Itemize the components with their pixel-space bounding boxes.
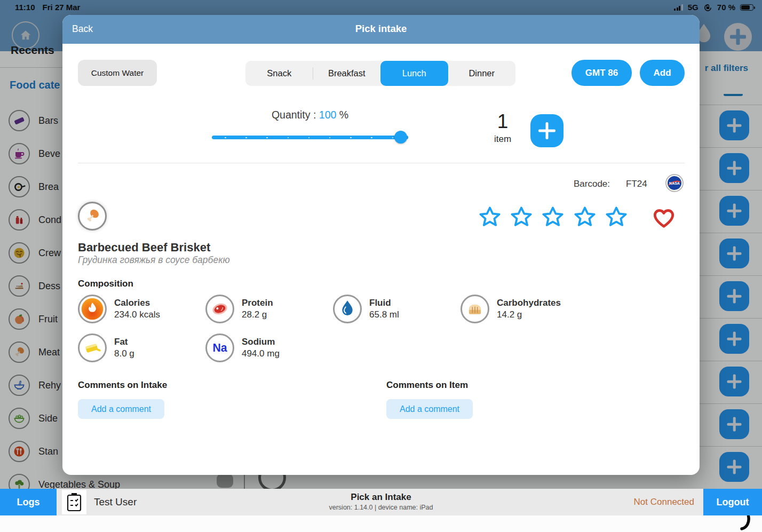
user-name: Test User (94, 496, 137, 508)
modal-header: Back Pick intake (62, 15, 700, 44)
item-count-value: 1 (484, 111, 521, 132)
favorite-heart-icon[interactable] (650, 204, 677, 231)
logout-button[interactable]: Logout (703, 489, 762, 515)
barcode-label: Barcode: (574, 179, 610, 189)
status-bar: 11:10 Fri 27 Mar 5G 70 % (0, 0, 762, 15)
rotation-lock-icon (703, 3, 712, 12)
quantity-value: 100 (319, 109, 337, 121)
pencil-mark (740, 514, 756, 531)
droplet-icon (333, 295, 362, 323)
home-indicator-area (0, 515, 762, 532)
increment-item-button[interactable] (530, 114, 563, 147)
nutrient-carbohydrates: Carbohydrates14.2 g (461, 295, 561, 323)
add-comment-intake-button[interactable]: Add a comment (78, 399, 164, 419)
status-time: 11:10 (15, 3, 35, 12)
flame-icon (78, 295, 107, 323)
add-comment-item-button[interactable]: Add a comment (386, 399, 473, 419)
nutrient-protein: Protein28.2 g (205, 295, 273, 323)
star-icon[interactable] (509, 205, 534, 229)
nutrient-fluid: Fluid65.8 ml (333, 295, 399, 323)
modal-title: Pick intake (62, 23, 700, 35)
nutrient-sodium: Na Sodium494.0 mg (205, 334, 280, 362)
butter-icon (78, 334, 107, 362)
meal-segmented-control: Snack Breakfast Lunch Dinner (245, 61, 515, 86)
battery-percent: 70 % (717, 3, 735, 12)
battery-icon (740, 4, 753, 11)
item-count-unit: item (484, 134, 521, 145)
gmt-button[interactable]: GMT 86 (572, 60, 632, 86)
barcode-value: FT24 (626, 179, 647, 189)
food-name-translation: Грудинка говяжья в соусе барбекю (78, 255, 230, 266)
section-divider (78, 163, 685, 163)
slider-thumb[interactable] (394, 131, 407, 144)
star-icon[interactable] (478, 205, 502, 229)
user-log-button[interactable] (62, 490, 86, 514)
tab-lunch[interactable]: Lunch (380, 61, 448, 86)
composition-heading: Composition (78, 279, 133, 289)
tab-snack[interactable]: Snack (245, 61, 313, 86)
item-count: 1 item (484, 111, 521, 145)
clipboard-icon (66, 493, 82, 512)
screen-title: Pick an Intake (329, 492, 433, 503)
custom-water-button[interactable]: Custom Water (78, 60, 157, 86)
steak-icon (205, 295, 234, 323)
star-icon[interactable] (604, 205, 629, 229)
nasa-logo-icon: NASA (665, 174, 684, 192)
quantity-slider[interactable] (212, 133, 408, 141)
connection-status: Not Connected (634, 497, 694, 507)
comments-intake-heading: Comments on Intake (78, 380, 167, 391)
food-name: Barbecued Beef Brisket (78, 241, 210, 255)
tab-dinner[interactable]: Dinner (448, 61, 516, 86)
tab-breakfast[interactable]: Breakfast (313, 61, 381, 86)
star-icon[interactable] (573, 205, 597, 229)
comments-item-heading: Comments on Item (386, 380, 468, 391)
star-icon[interactable] (541, 205, 565, 229)
add-intake-button[interactable]: Add (640, 60, 685, 86)
drumstick-icon (84, 208, 101, 225)
status-date: Fri 27 Mar (43, 3, 81, 12)
version-line: version: 1.14.0 | device name: iPad (329, 504, 433, 511)
quantity-label: Quantity : 100 % (212, 109, 408, 121)
svg-text:NASA: NASA (669, 181, 680, 185)
logs-button[interactable]: Logs (0, 489, 57, 515)
pick-intake-modal: Back Pick intake Custom Water Snack Brea… (62, 15, 700, 475)
slider-ticks (225, 137, 393, 138)
nutrient-fat: Fat8.0 g (78, 334, 134, 362)
bottom-bar: Logs Test User Pick an Intake version: 1… (0, 489, 762, 515)
nutrient-calories: Calories234.0 kcals (78, 295, 160, 323)
food-image (78, 202, 107, 231)
bread-icon (461, 295, 489, 323)
svg-text:Na: Na (212, 342, 227, 354)
cellular-signal-icon (674, 4, 683, 11)
sodium-na-icon: Na (205, 334, 234, 362)
network-type: 5G (688, 3, 698, 12)
